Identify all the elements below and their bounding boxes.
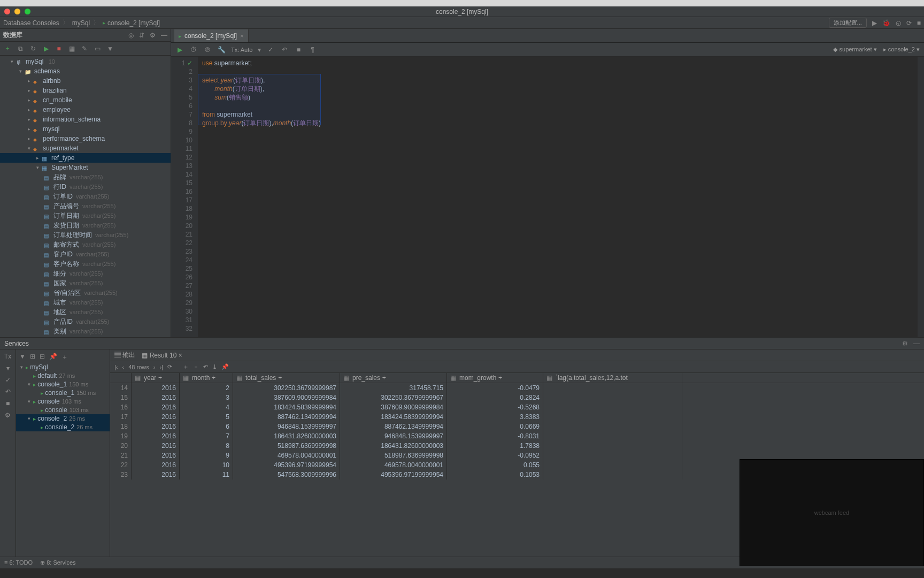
services-tree-item[interactable]: ▾▸ console_226 ms <box>16 414 110 423</box>
add-icon[interactable]: ＋ <box>61 353 68 362</box>
duplicate-icon[interactable]: ⧉ <box>16 44 25 53</box>
add-row-icon[interactable]: ＋ <box>183 363 189 371</box>
tree-column[interactable]: 邮寄方式varchar(255) <box>0 240 171 249</box>
tree-column[interactable]: 子类别varchar(255) <box>0 336 171 337</box>
services-tree-item[interactable]: ▸ console_1150 ms <box>16 389 110 397</box>
table-row[interactable]: 1920167186431.82600000003946848.15399999… <box>110 431 924 441</box>
stop-icon[interactable]: ■ <box>917 19 921 27</box>
last-page-icon[interactable]: ›| <box>159 364 163 370</box>
services-tree-item[interactable]: ▸ console103 ms <box>16 406 110 414</box>
todo-button[interactable]: ≡ 6: TODO <box>4 559 33 566</box>
minimize-window-icon[interactable] <box>14 9 20 14</box>
rollback-icon[interactable]: ↶ <box>5 388 11 396</box>
tree-schema[interactable]: ▸information_schema <box>0 115 171 124</box>
breadcrumb-item[interactable]: Database Consoles <box>3 19 59 27</box>
tree-column[interactable]: 订单日期varchar(255) <box>0 211 171 220</box>
tree-column[interactable]: 发货日期varchar(255) <box>0 220 171 230</box>
result-tab[interactable]: ▦ Result 10 × <box>142 352 182 359</box>
tree-schemas-folder[interactable]: ▾schemas <box>0 66 171 76</box>
stop-icon[interactable]: ■ <box>294 45 303 54</box>
next-page-icon[interactable]: › <box>153 364 156 370</box>
tree-column[interactable]: 产品IDvarchar(255) <box>0 317 171 326</box>
settings-icon[interactable]: ⚙ <box>5 412 11 419</box>
tree-column[interactable]: 类别varchar(255) <box>0 326 171 336</box>
tree-schema[interactable]: ▸airbnb <box>0 76 171 86</box>
tree-schema[interactable]: ▸employee <box>0 105 171 115</box>
tree-schema[interactable]: ▸performance_schema <box>0 134 171 143</box>
table-row[interactable]: 1820166946848.1539999997887462.134999999… <box>110 422 924 431</box>
tree-table-supermarket[interactable]: ▾SuperMarket <box>0 163 171 172</box>
breadcrumb-item[interactable]: console_2 [mySql] <box>107 19 160 27</box>
rollback-icon[interactable]: ↶ <box>280 45 289 54</box>
delete-row-icon[interactable]: － <box>193 363 199 371</box>
reload-icon[interactable]: ⟳ <box>167 363 172 370</box>
pin-icon[interactable]: 📌 <box>221 363 229 370</box>
tree-column[interactable]: 省/自治区varchar(255) <box>0 288 171 298</box>
services-tree-item[interactable]: ▾▸ console103 ms <box>16 397 110 406</box>
services-tree-item[interactable]: ▾▸ console_1150 ms <box>16 380 110 389</box>
dump-icon[interactable]: ⤓ <box>212 363 217 370</box>
tree-column[interactable]: 客户名称varchar(255) <box>0 259 171 269</box>
hide-icon[interactable]: — <box>161 32 167 39</box>
run-icon[interactable]: ▶ <box>872 19 877 27</box>
commit-icon[interactable]: ✓ <box>5 376 11 384</box>
table-row[interactable]: 1720165887462.1349999994183424.583999999… <box>110 412 924 422</box>
stop-icon[interactable]: ■ <box>55 44 63 53</box>
collapse-icon[interactable]: ⊟ <box>40 353 45 362</box>
tree-column[interactable]: 行IDvarchar(255) <box>0 182 171 192</box>
prev-page-icon[interactable]: ‹ <box>122 364 125 370</box>
target-icon[interactable]: ◎ <box>128 32 134 39</box>
close-tab-icon[interactable]: × <box>240 33 243 39</box>
tree-column[interactable]: 城市varchar(255) <box>0 298 171 307</box>
stop-icon[interactable]: ■ <box>6 400 10 407</box>
services-tree-item[interactable]: ▾▸ mySql <box>16 363 110 371</box>
tx-mode-label[interactable]: Tx: Auto <box>231 47 252 53</box>
collapse-icon[interactable]: ⇵ <box>139 32 144 39</box>
explain-icon[interactable]: ℗ <box>203 45 212 54</box>
tree-column[interactable]: 细分varchar(255) <box>0 269 171 278</box>
services-button[interactable]: ⊕ 8: Services <box>40 559 75 566</box>
edit-icon[interactable]: ✎ <box>80 44 89 53</box>
history-icon[interactable]: ⏱ <box>189 45 198 54</box>
gear-icon[interactable]: ⚙ <box>902 340 908 347</box>
services-tree[interactable]: ▼ ⊞ ⊟ 📌 ＋ ▾▸ mySql ▸ default27 ms▾▸ cons… <box>16 349 110 557</box>
database-tree[interactable]: ▾ mySql 10 ▾schemas ▸airbnb▸brazilian▸cn… <box>0 56 171 337</box>
table-row[interactable]: 1520163387609.90099999984302250.36799999… <box>110 393 924 402</box>
ddl-icon[interactable]: ▭ <box>93 44 102 53</box>
output-tab[interactable]: ▤ 输出 <box>114 351 135 360</box>
editor-tab[interactable]: ▸ console_2 [mySql] × <box>174 29 249 42</box>
schema-selector[interactable]: ◆ supermarket ▾ <box>833 46 876 53</box>
close-window-icon[interactable] <box>4 9 10 14</box>
breadcrumb-item[interactable]: mySql <box>72 19 90 27</box>
tree-schema-supermarket[interactable]: ▾supermarket <box>0 143 171 153</box>
tree-column[interactable]: 客户IDvarchar(255) <box>0 249 171 259</box>
services-tree-item[interactable]: ▸ default27 ms <box>16 371 110 380</box>
table-view-icon[interactable]: ▦ <box>67 44 76 53</box>
refresh-icon[interactable]: ↻ <box>29 44 37 53</box>
console-selector[interactable]: ▸ console_2 ▾ <box>883 46 920 53</box>
commit-icon[interactable]: ✓ <box>266 45 275 54</box>
coverage-icon[interactable]: ◵ <box>896 19 901 27</box>
tree-schema[interactable]: ▸cn_mobile <box>0 95 171 105</box>
tree-column[interactable]: 订单IDvarchar(255) <box>0 192 171 201</box>
tree-column[interactable]: 订单处理时间varchar(255) <box>0 230 171 240</box>
gear-icon[interactable]: ⚙ <box>150 32 156 39</box>
tree-column[interactable]: 产品编号varchar(255) <box>0 201 171 211</box>
wrench-icon[interactable]: 🔧 <box>217 45 226 54</box>
revert-icon[interactable]: ↶ <box>203 363 208 370</box>
hide-icon[interactable]: — <box>913 340 920 347</box>
table-row[interactable]: 1420162302250.36799999987317458.715-0.04… <box>110 383 924 393</box>
execute-icon[interactable]: ▶ <box>175 45 184 54</box>
paragraph-icon[interactable]: ¶ <box>308 45 317 54</box>
filter-icon[interactable]: ▼ <box>106 44 114 53</box>
tree-schema[interactable]: ▸brazilian <box>0 86 171 95</box>
add-configuration-button[interactable]: 添加配置... <box>829 18 867 28</box>
debug-icon[interactable]: 🐞 <box>882 19 890 27</box>
tree-datasource[interactable]: ▾ mySql 10 <box>0 57 171 66</box>
chevron-down-icon[interactable]: ▾ <box>6 364 10 372</box>
tree-column[interactable]: 品牌varchar(255) <box>0 172 171 182</box>
code-editor[interactable]: use supermarket; select year(订单日期), mont… <box>198 57 918 337</box>
maximize-window-icon[interactable] <box>25 9 30 14</box>
table-row[interactable]: 2020168518987.6369999998186431.826000000… <box>110 441 924 451</box>
first-page-icon[interactable]: |‹ <box>114 364 118 370</box>
